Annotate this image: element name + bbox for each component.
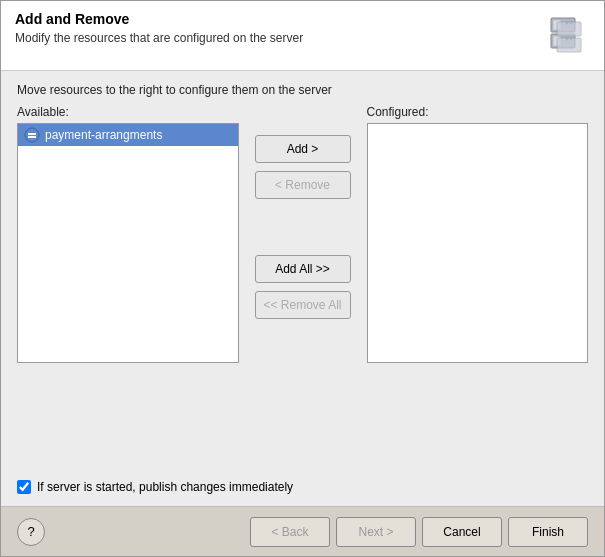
- available-section: Available: payment-arrangments: [17, 105, 239, 363]
- add-button[interactable]: Add >: [255, 135, 351, 163]
- add-all-button[interactable]: Add All >>: [255, 255, 351, 283]
- back-button[interactable]: < Back: [250, 517, 330, 547]
- footer-right: < Back Next > Cancel Finish: [250, 517, 588, 547]
- finish-button[interactable]: Finish: [508, 517, 588, 547]
- svg-rect-12: [28, 136, 36, 138]
- dialog-footer: ? < Back Next > Cancel Finish: [1, 506, 604, 556]
- publish-checkbox[interactable]: [17, 480, 31, 494]
- list-item-label: payment-arrangments: [45, 128, 162, 142]
- help-button[interactable]: ?: [17, 518, 45, 546]
- remove-button[interactable]: < Remove: [255, 171, 351, 199]
- cancel-button[interactable]: Cancel: [422, 517, 502, 547]
- publish-checkbox-label[interactable]: If server is started, publish changes im…: [37, 480, 293, 494]
- svg-rect-8: [557, 22, 581, 36]
- configured-section: Configured:: [367, 105, 589, 363]
- publish-checkbox-row: If server is started, publish changes im…: [17, 480, 588, 494]
- svg-rect-9: [557, 38, 581, 52]
- server-icon-svg: [545, 14, 587, 56]
- dialog: Add and Remove Modify the resources that…: [0, 0, 605, 557]
- configured-label: Configured:: [367, 105, 589, 119]
- dialog-subtitle: Modify the resources that are configured…: [15, 31, 303, 45]
- footer-left: ?: [17, 518, 45, 546]
- available-label: Available:: [17, 105, 239, 119]
- header-text: Add and Remove Modify the resources that…: [15, 11, 303, 45]
- instruction-text: Move resources to the right to configure…: [17, 83, 588, 97]
- next-button[interactable]: Next >: [336, 517, 416, 547]
- transfer-area: Available: payment-arrangments: [17, 105, 588, 470]
- transfer-buttons: Add > < Remove Add All >> << Remove All: [239, 105, 367, 319]
- svg-rect-11: [28, 133, 36, 135]
- dialog-title: Add and Remove: [15, 11, 303, 27]
- module-icon: [24, 127, 40, 143]
- server-icon: [542, 11, 590, 59]
- remove-all-button[interactable]: << Remove All: [255, 291, 351, 319]
- dialog-header: Add and Remove Modify the resources that…: [1, 1, 604, 71]
- list-item[interactable]: payment-arrangments: [18, 124, 238, 146]
- available-list[interactable]: payment-arrangments: [17, 123, 239, 363]
- dialog-content: Move resources to the right to configure…: [1, 71, 604, 506]
- configured-list[interactable]: [367, 123, 589, 363]
